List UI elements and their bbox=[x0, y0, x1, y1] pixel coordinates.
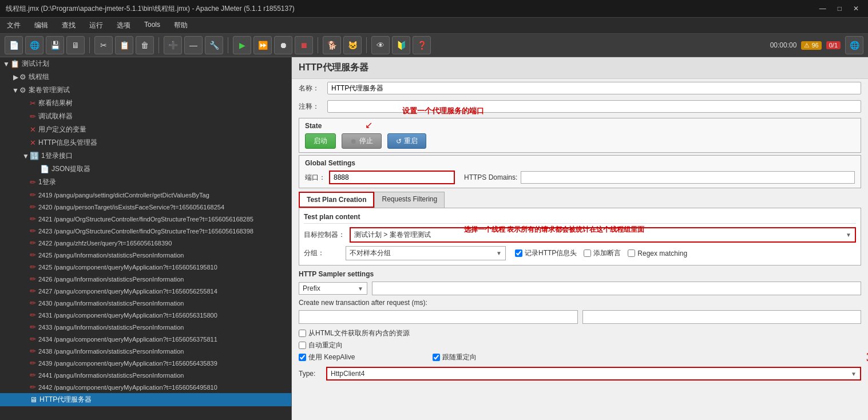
toolbar-open[interactable]: 🌐 bbox=[25, 36, 43, 54]
tree-item-test-plan[interactable]: ▼ 📋 测试计划 bbox=[0, 57, 291, 70]
tree-item-login[interactable]: ✏ 1登录 bbox=[0, 176, 291, 189]
toolbar-cut[interactable]: ✂ bbox=[94, 36, 113, 54]
toolbar-copy[interactable]: 📋 bbox=[115, 36, 133, 54]
toolbar-startno[interactable]: ⏩ bbox=[253, 36, 272, 54]
toolbar-shield[interactable]: 🔰 bbox=[392, 36, 410, 54]
toolbar-record[interactable]: ⏺ bbox=[274, 36, 292, 54]
https-input[interactable] bbox=[521, 171, 855, 184]
tab-test-plan-creation[interactable]: Test Plan Creation bbox=[299, 192, 374, 208]
tree-item-case-mgmt[interactable]: ▼ ⚙ 案卷管理测试 bbox=[0, 84, 291, 97]
menu-edit[interactable]: 编辑 bbox=[32, 19, 50, 31]
tree-item-url11[interactable]: ✏ 2431 /pangu/component/queryMyApplicati… bbox=[0, 309, 291, 321]
tree-item-url13[interactable]: ✏ 2434 /pangu/component/queryMyApplicati… bbox=[0, 333, 291, 345]
opt3-label[interactable]: 使用 KeepAlive bbox=[299, 352, 410, 362]
type-dropdown[interactable]: HttpClient4 ▼ bbox=[326, 367, 861, 381]
checkbox-http-headers-input[interactable] bbox=[515, 249, 522, 257]
menu-file[interactable]: 文件 bbox=[5, 19, 23, 31]
toolbar-remote1[interactable]: 🐕 bbox=[323, 36, 341, 54]
checkbox-add-assert[interactable]: 添加断言 bbox=[584, 248, 621, 258]
opt4-checkbox[interactable] bbox=[433, 354, 440, 361]
sampler-input1[interactable] bbox=[372, 282, 861, 295]
menu-search[interactable]: 查找 bbox=[60, 19, 78, 31]
tree-item-url7[interactable]: ✏ 2425 /pangu/component/queryMyApplicati… bbox=[0, 261, 291, 273]
tree-item-user-vars[interactable]: ✕ 用户定义的变量 bbox=[0, 123, 291, 136]
toolbar-add[interactable]: ➕ bbox=[164, 36, 182, 54]
menu-options[interactable]: 选项 bbox=[114, 19, 133, 31]
close-button[interactable]: ✕ bbox=[850, 3, 862, 14]
toolbar-settings[interactable]: 🔧 bbox=[205, 36, 223, 54]
group-dropdown[interactable]: 不对样本分组 ▼ bbox=[346, 246, 506, 260]
label-url4: 2423 /pangu/OrgStructureController/findO… bbox=[38, 228, 253, 235]
toolbar-help[interactable]: ❓ bbox=[413, 36, 431, 54]
tree-item-debug[interactable]: ✏ 调试取样器 bbox=[0, 110, 291, 123]
tree-item-url14[interactable]: ✏ 2438 /pangu/Information/statisticsPers… bbox=[0, 345, 291, 357]
tree-item-thread-group[interactable]: ▶ ⚙ 线程组 bbox=[0, 70, 291, 84]
tree-item-view-results[interactable]: ✂ 察看结果树 bbox=[0, 97, 291, 110]
tree-item-url2[interactable]: ✏ 2420 /pangu/personTarget/isExistsFaceS… bbox=[0, 201, 291, 213]
global-settings-section: Global Settings 端口： HTTPS Domains: bbox=[299, 155, 861, 188]
toolbar-start[interactable]: ▶ bbox=[233, 36, 251, 54]
toolbar-remove[interactable]: — bbox=[184, 36, 203, 54]
state-section: State 设置一个代理服务的端口 ↙ 启动 ⏺ 停止 ↺ 重启 bbox=[299, 118, 861, 153]
content-title: Test plan content bbox=[304, 213, 856, 224]
tree-item-url12[interactable]: ✏ 2433 /pangu/Information/statisticsPers… bbox=[0, 321, 291, 333]
comment-label: 注释： bbox=[299, 102, 327, 112]
toggle-test-plan[interactable]: ▼ bbox=[2, 60, 10, 68]
tree-item-http-headers[interactable]: ✕ HTTP信息头管理器 bbox=[0, 136, 291, 149]
restart-button[interactable]: ↺ 重启 bbox=[387, 133, 426, 149]
toolbar-saveas[interactable]: 🖥 bbox=[66, 36, 85, 54]
tree-item-login-if[interactable]: ▼ 🔢 1登录接口 bbox=[0, 149, 291, 163]
maximize-button[interactable]: □ bbox=[834, 3, 845, 14]
checkbox-regex[interactable]: Regex matching bbox=[628, 249, 687, 257]
tree-item-url4[interactable]: ✏ 2423 /pangu/OrgStructureController/fin… bbox=[0, 225, 291, 237]
tree-item-url15[interactable]: ✏ 2439 /pangu/component/queryMyApplicati… bbox=[0, 357, 291, 369]
tree-item-url1[interactable]: ✏ 2419 /pangu/pangu/setting/dictControll… bbox=[0, 189, 291, 201]
opt1-checkbox[interactable] bbox=[299, 330, 306, 337]
prefix-dropdown[interactable]: Prefix ▼ bbox=[299, 282, 367, 295]
tree-item-url9[interactable]: ✏ 2427 /pangu/component/queryMyApplicati… bbox=[0, 285, 291, 297]
tab-requests-filtering[interactable]: Requests Filtering bbox=[374, 192, 445, 208]
checkbox-http-headers[interactable]: 记录HTTP信息头 bbox=[515, 248, 577, 258]
sep4 bbox=[318, 37, 318, 53]
tree-item-url5[interactable]: ✏ 2422 /pangu/zhfzUser/query?t=165605616… bbox=[0, 237, 291, 249]
sampler-input2[interactable] bbox=[299, 310, 578, 324]
minimize-button[interactable]: — bbox=[816, 3, 830, 14]
tree-item-url8[interactable]: ✏ 2426 /pangu/Information/statisticsPers… bbox=[0, 273, 291, 285]
tree-item-url17[interactable]: ✏ 2442 /pangu/component/queryMyApplicati… bbox=[0, 381, 291, 393]
opt2-checkbox[interactable] bbox=[299, 342, 306, 349]
target-callout: 选择一个线程 表示所有的请求都会被统计在这个线程组里面 bbox=[464, 225, 644, 235]
icon-http-headers: ✕ bbox=[30, 138, 36, 147]
toolbar-paste[interactable]: 🗑 bbox=[136, 36, 154, 54]
checkbox-add-assert-input[interactable] bbox=[584, 249, 591, 257]
menu-tools[interactable]: Tools bbox=[142, 19, 162, 31]
toolbar-new[interactable]: 📄 bbox=[5, 36, 23, 54]
tree-item-url6[interactable]: ✏ 2425 /pangu/Information/statisticsPers… bbox=[0, 249, 291, 261]
opt4-label[interactable]: 跟随重定向 bbox=[433, 352, 477, 362]
toolbar-remote2[interactable]: 🐱 bbox=[343, 36, 362, 54]
toolbar-view[interactable]: 👁 bbox=[371, 36, 390, 54]
toggle-login-if[interactable]: ▼ bbox=[22, 152, 30, 160]
tree-item-url16[interactable]: ✏ 2441 /pangu/Information/statisticsPers… bbox=[0, 369, 291, 381]
tree-item-json[interactable]: 📄 JSON提取器 bbox=[0, 163, 291, 176]
port-input[interactable] bbox=[329, 171, 455, 184]
tree-item-http-proxy[interactable]: 🖥 HTTP代理服务器 bbox=[0, 393, 291, 406]
checkbox-regex-input[interactable] bbox=[628, 249, 635, 257]
toolbar-stop[interactable]: ⏹ bbox=[295, 36, 313, 54]
toggle-thread-group[interactable]: ▶ bbox=[11, 73, 19, 81]
target-label: 目标控制器： bbox=[304, 230, 345, 240]
menu-run[interactable]: 运行 bbox=[87, 19, 105, 31]
opt2-label[interactable]: 自动重定向 bbox=[299, 340, 410, 350]
toggle-case-mgmt[interactable]: ▼ bbox=[11, 86, 19, 94]
toolbar-save[interactable]: 💾 bbox=[46, 36, 64, 54]
tree-item-url10[interactable]: ✏ 2430 /pangu/Information/statisticsPers… bbox=[0, 297, 291, 309]
tree-item-url3[interactable]: ✏ 2421 /pangu/OrgStructureController/fin… bbox=[0, 213, 291, 225]
sampler-input3[interactable] bbox=[582, 310, 862, 324]
toolbar-network[interactable]: 🌐 bbox=[845, 36, 863, 54]
menu-help[interactable]: 帮助 bbox=[172, 19, 190, 31]
start-button[interactable]: 启动 bbox=[305, 133, 336, 149]
name-input[interactable] bbox=[327, 82, 861, 94]
icon-url3: ✏ bbox=[30, 215, 36, 223]
opt3-checkbox[interactable] bbox=[299, 354, 306, 361]
opt1-label[interactable]: 从HTML文件获取所有内含的资源 bbox=[299, 328, 410, 338]
stop-button[interactable]: ⏺ 停止 bbox=[342, 133, 382, 149]
